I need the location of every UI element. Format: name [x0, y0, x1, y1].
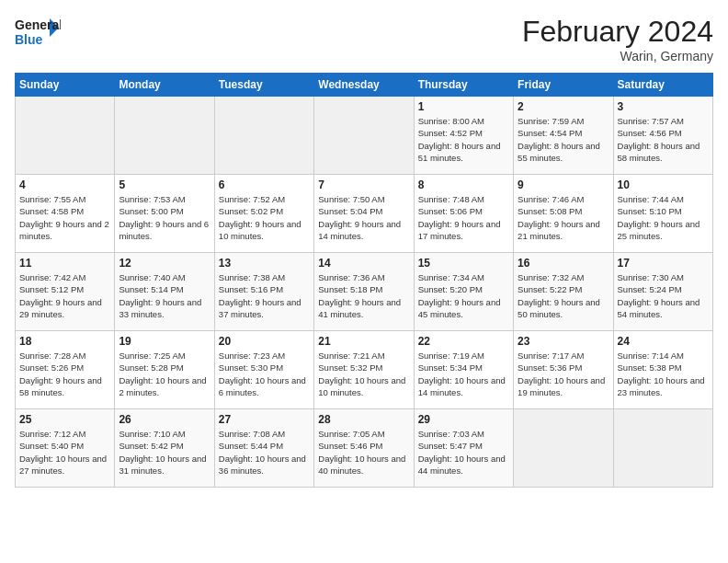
calendar-cell: 28Sunrise: 7:05 AMSunset: 5:46 PMDayligh… — [314, 409, 414, 488]
day-info: Sunrise: 7:28 AMSunset: 5:26 PMDaylight:… — [19, 350, 110, 398]
weekday-header-wednesday: Wednesday — [314, 74, 414, 97]
day-info: Sunrise: 7:52 AMSunset: 5:02 PMDaylight:… — [219, 193, 310, 242]
day-info: Sunrise: 7:08 AMSunset: 5:44 PMDaylight:… — [219, 428, 310, 477]
svg-text:Blue: Blue — [15, 32, 43, 47]
calendar-cell: 24Sunrise: 7:14 AMSunset: 5:38 PMDayligh… — [613, 331, 712, 409]
day-number: 5 — [119, 178, 210, 191]
day-number: 21 — [318, 335, 409, 348]
calendar-cell: 7Sunrise: 7:50 AMSunset: 5:04 PMDaylight… — [314, 175, 414, 253]
day-number: 11 — [19, 257, 110, 270]
calendar-cell: 1Sunrise: 8:00 AMSunset: 4:52 PMDaylight… — [414, 97, 513, 175]
calendar-cell: 17Sunrise: 7:30 AMSunset: 5:24 PMDayligh… — [613, 253, 712, 331]
calendar-cell: 12Sunrise: 7:40 AMSunset: 5:14 PMDayligh… — [115, 253, 214, 331]
day-number: 1 — [418, 100, 509, 113]
calendar-cell: 23Sunrise: 7:17 AMSunset: 5:36 PMDayligh… — [514, 331, 613, 409]
calendar-cell — [613, 409, 712, 488]
day-info: Sunrise: 7:30 AMSunset: 5:24 PMDaylight:… — [618, 271, 709, 320]
logo-svg: GeneralBlue — [15, 15, 61, 52]
day-number: 15 — [418, 257, 509, 270]
calendar-cell: 15Sunrise: 7:34 AMSunset: 5:20 PMDayligh… — [414, 253, 513, 331]
day-info: Sunrise: 7:17 AMSunset: 5:36 PMDaylight:… — [518, 350, 609, 398]
day-number: 13 — [219, 257, 310, 270]
calendar-week-2: 4Sunrise: 7:55 AMSunset: 4:58 PMDaylight… — [16, 175, 713, 253]
calendar-cell: 22Sunrise: 7:19 AMSunset: 5:34 PMDayligh… — [414, 331, 513, 409]
day-info: Sunrise: 7:32 AMSunset: 5:22 PMDaylight:… — [518, 271, 609, 320]
day-number: 10 — [618, 178, 709, 191]
day-number: 28 — [318, 413, 409, 426]
title-area: February 2024 Warin, Germany — [522, 15, 713, 63]
calendar-cell: 9Sunrise: 7:46 AMSunset: 5:08 PMDaylight… — [514, 175, 613, 253]
day-info: Sunrise: 7:03 AMSunset: 5:47 PMDaylight:… — [418, 428, 509, 477]
day-number: 8 — [418, 178, 509, 191]
day-number: 16 — [518, 257, 609, 270]
day-number: 24 — [618, 335, 709, 348]
calendar-cell: 19Sunrise: 7:25 AMSunset: 5:28 PMDayligh… — [115, 331, 214, 409]
day-number: 18 — [19, 335, 110, 348]
calendar-cell: 11Sunrise: 7:42 AMSunset: 5:12 PMDayligh… — [16, 253, 115, 331]
day-info: Sunrise: 7:59 AMSunset: 4:54 PMDaylight:… — [518, 115, 609, 164]
day-number: 7 — [318, 178, 409, 191]
day-info: Sunrise: 7:50 AMSunset: 5:04 PMDaylight:… — [318, 193, 409, 242]
weekday-header-saturday: Saturday — [613, 74, 712, 97]
calendar-week-1: 1Sunrise: 8:00 AMSunset: 4:52 PMDaylight… — [16, 97, 713, 175]
day-info: Sunrise: 7:14 AMSunset: 5:38 PMDaylight:… — [618, 350, 709, 398]
calendar-cell: 14Sunrise: 7:36 AMSunset: 5:18 PMDayligh… — [314, 253, 414, 331]
svg-text:General: General — [15, 17, 61, 32]
day-info: Sunrise: 7:40 AMSunset: 5:14 PMDaylight:… — [119, 271, 210, 320]
calendar-cell: 5Sunrise: 7:53 AMSunset: 5:00 PMDaylight… — [115, 175, 214, 253]
day-info: Sunrise: 7:57 AMSunset: 4:56 PMDaylight:… — [618, 115, 709, 164]
day-number: 17 — [618, 257, 709, 270]
calendar-cell: 18Sunrise: 7:28 AMSunset: 5:26 PMDayligh… — [16, 331, 115, 409]
day-info: Sunrise: 7:53 AMSunset: 5:00 PMDaylight:… — [119, 193, 210, 242]
calendar-cell: 21Sunrise: 7:21 AMSunset: 5:32 PMDayligh… — [314, 331, 414, 409]
day-info: Sunrise: 7:21 AMSunset: 5:32 PMDaylight:… — [318, 350, 409, 398]
logo: GeneralBlue — [15, 15, 61, 52]
calendar-cell: 27Sunrise: 7:08 AMSunset: 5:44 PMDayligh… — [214, 409, 313, 488]
calendar-cell — [16, 97, 115, 175]
day-number: 26 — [119, 413, 210, 426]
day-number: 4 — [19, 178, 110, 191]
day-number: 20 — [219, 335, 310, 348]
day-info: Sunrise: 7:44 AMSunset: 5:10 PMDaylight:… — [618, 193, 709, 242]
weekday-header-friday: Friday — [514, 74, 613, 97]
month-title: February 2024 — [522, 15, 713, 49]
day-info: Sunrise: 7:25 AMSunset: 5:28 PMDaylight:… — [119, 350, 210, 398]
weekday-header-monday: Monday — [115, 74, 214, 97]
calendar-cell: 3Sunrise: 7:57 AMSunset: 4:56 PMDaylight… — [613, 97, 712, 175]
day-info: Sunrise: 7:10 AMSunset: 5:42 PMDaylight:… — [119, 428, 210, 477]
day-info: Sunrise: 7:46 AMSunset: 5:08 PMDaylight:… — [518, 193, 609, 242]
day-number: 22 — [418, 335, 509, 348]
page-header: GeneralBlue February 2024 Warin, Germany — [15, 15, 713, 63]
day-info: Sunrise: 7:23 AMSunset: 5:30 PMDaylight:… — [219, 350, 310, 398]
calendar-cell: 4Sunrise: 7:55 AMSunset: 4:58 PMDaylight… — [16, 175, 115, 253]
day-info: Sunrise: 7:38 AMSunset: 5:16 PMDaylight:… — [219, 271, 310, 320]
day-number: 27 — [219, 413, 310, 426]
day-info: Sunrise: 7:42 AMSunset: 5:12 PMDaylight:… — [19, 271, 110, 320]
day-number: 12 — [119, 257, 210, 270]
weekday-header-row: SundayMondayTuesdayWednesdayThursdayFrid… — [16, 74, 713, 97]
calendar-table: SundayMondayTuesdayWednesdayThursdayFrid… — [15, 73, 713, 488]
calendar-cell: 10Sunrise: 7:44 AMSunset: 5:10 PMDayligh… — [613, 175, 712, 253]
weekday-header-sunday: Sunday — [16, 74, 115, 97]
calendar-cell: 13Sunrise: 7:38 AMSunset: 5:16 PMDayligh… — [214, 253, 313, 331]
day-number: 25 — [19, 413, 110, 426]
calendar-cell: 29Sunrise: 7:03 AMSunset: 5:47 PMDayligh… — [414, 409, 513, 488]
calendar-cell: 16Sunrise: 7:32 AMSunset: 5:22 PMDayligh… — [514, 253, 613, 331]
calendar-cell — [514, 409, 613, 488]
day-info: Sunrise: 7:55 AMSunset: 4:58 PMDaylight:… — [19, 193, 110, 242]
calendar-cell: 25Sunrise: 7:12 AMSunset: 5:40 PMDayligh… — [16, 409, 115, 488]
day-number: 29 — [418, 413, 509, 426]
day-info: Sunrise: 7:19 AMSunset: 5:34 PMDaylight:… — [418, 350, 509, 398]
day-number: 23 — [518, 335, 609, 348]
calendar-week-5: 25Sunrise: 7:12 AMSunset: 5:40 PMDayligh… — [16, 409, 713, 488]
calendar-cell — [115, 97, 214, 175]
calendar-week-4: 18Sunrise: 7:28 AMSunset: 5:26 PMDayligh… — [16, 331, 713, 409]
day-info: Sunrise: 7:48 AMSunset: 5:06 PMDaylight:… — [418, 193, 509, 242]
day-info: Sunrise: 7:05 AMSunset: 5:46 PMDaylight:… — [318, 428, 409, 477]
day-info: Sunrise: 7:12 AMSunset: 5:40 PMDaylight:… — [19, 428, 110, 477]
day-number: 2 — [518, 100, 609, 113]
day-info: Sunrise: 7:36 AMSunset: 5:18 PMDaylight:… — [318, 271, 409, 320]
calendar-cell — [214, 97, 313, 175]
day-number: 3 — [618, 100, 709, 113]
weekday-header-tuesday: Tuesday — [214, 74, 313, 97]
